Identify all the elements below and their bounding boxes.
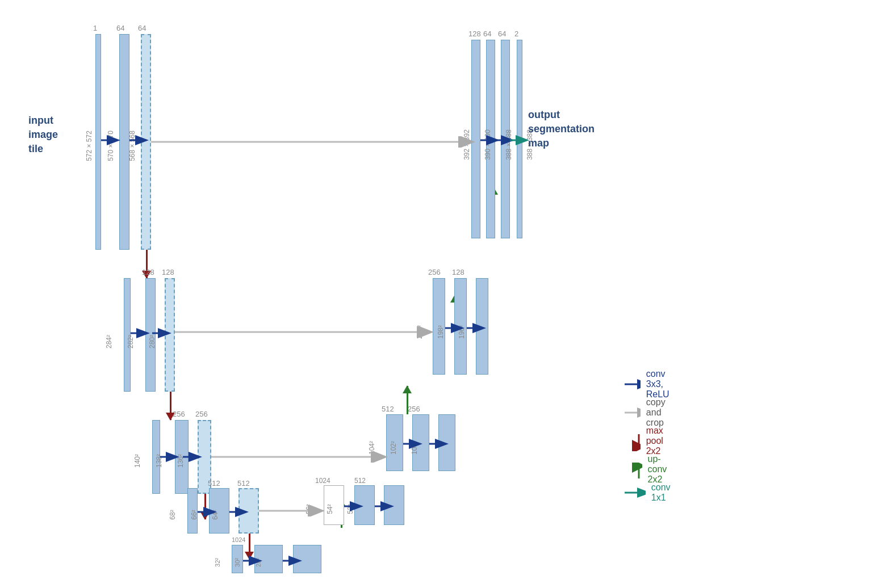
enc3-arrow1 bbox=[160, 451, 181, 463]
enc2-arrow2 bbox=[152, 327, 173, 339]
btn-arrow1 bbox=[243, 555, 263, 566]
copy-crop-4 bbox=[259, 505, 327, 516]
enc1-arrow2 bbox=[129, 135, 150, 146]
enc1-arrow1 bbox=[101, 135, 122, 146]
enc4-sz0: 68² bbox=[169, 510, 177, 519]
legend-conv: conv 3x3, ReLU bbox=[625, 369, 682, 400]
btn-sz0: 32² bbox=[214, 558, 221, 567]
dec3-sz1: 102² bbox=[390, 441, 397, 455]
legend-conv-label: conv 3x3, ReLU bbox=[646, 369, 682, 400]
enc4-arrow2 bbox=[229, 506, 250, 518]
enc3-sz0: 140² bbox=[133, 454, 141, 468]
input-label: inputimagetile bbox=[28, 114, 58, 157]
dec3-arrow2 bbox=[429, 438, 450, 450]
enc1-ch2: 64 bbox=[138, 24, 146, 32]
enc2-arrow1 bbox=[131, 327, 151, 339]
legend-conv1x1-label: conv 1x1 bbox=[651, 482, 678, 503]
enc1-ch0: 1 bbox=[93, 24, 97, 32]
legend-upconv: up-conv 2x2 bbox=[625, 454, 678, 485]
copy-crop-1 bbox=[151, 136, 478, 148]
dec4-arrow2 bbox=[375, 501, 395, 512]
enc1-ch1: 64 bbox=[116, 24, 124, 32]
legend-copy-label: copy and crop bbox=[646, 397, 678, 428]
dec2-ch1: 128 bbox=[452, 268, 464, 276]
dec1-ch0: 128 bbox=[468, 30, 481, 38]
legend-copy: copy and crop bbox=[625, 397, 678, 428]
dec1-ch1: 64 bbox=[483, 30, 491, 38]
dec4-ch1: 512 bbox=[354, 477, 366, 485]
dec3-ch1: 256 bbox=[408, 405, 420, 413]
dec1-arrow3-teal bbox=[510, 135, 530, 146]
enc4-ch1: 512 bbox=[208, 479, 220, 488]
copy-crop-2 bbox=[175, 326, 436, 338]
dec2-ch0: 256 bbox=[428, 268, 441, 276]
enc2-ch2: 128 bbox=[162, 268, 174, 276]
dec2-arrow2 bbox=[467, 322, 487, 334]
dec4-arrow1 bbox=[344, 501, 365, 512]
enc4-ch2: 512 bbox=[237, 479, 250, 488]
enc4-arrow1 bbox=[198, 506, 218, 518]
enc2-sz0: 284² bbox=[105, 335, 113, 348]
dec3-ch0: 512 bbox=[382, 405, 394, 413]
enc1-block0 bbox=[95, 34, 101, 250]
enc3-arrow2 bbox=[183, 451, 203, 463]
btn-arrow2 bbox=[283, 555, 303, 566]
dec3-arrow1 bbox=[403, 438, 424, 450]
btn-ch0: 1024 bbox=[232, 536, 245, 543]
enc3-ch1: 256 bbox=[173, 410, 185, 418]
enc2-ch1: 128 bbox=[142, 268, 154, 276]
maxpool2 bbox=[170, 392, 171, 420]
legend-maxpool-label: max pool 2x2 bbox=[646, 426, 676, 456]
output-label: outputsegmentationmap bbox=[528, 108, 595, 151]
dec4-ch0: 1024 bbox=[315, 477, 330, 485]
legend-conv1x1: conv 1x1 bbox=[625, 482, 678, 503]
btn-sz1: 30² bbox=[234, 558, 241, 567]
copy-crop-3 bbox=[211, 451, 390, 463]
dec1-ch3: 2 bbox=[514, 30, 518, 38]
dec1-ch2: 64 bbox=[498, 30, 506, 38]
dec2-arrow1 bbox=[445, 322, 466, 334]
dec2-sz1: 198² bbox=[437, 325, 445, 339]
enc1-sz0: 572 × 572 bbox=[85, 131, 93, 161]
enc3-ch2: 256 bbox=[195, 410, 208, 418]
legend-maxpool: max pool 2x2 bbox=[625, 426, 676, 456]
enc4-sz1: 66² bbox=[190, 510, 198, 519]
legend-upconv-label: up-conv 2x2 bbox=[648, 454, 678, 485]
